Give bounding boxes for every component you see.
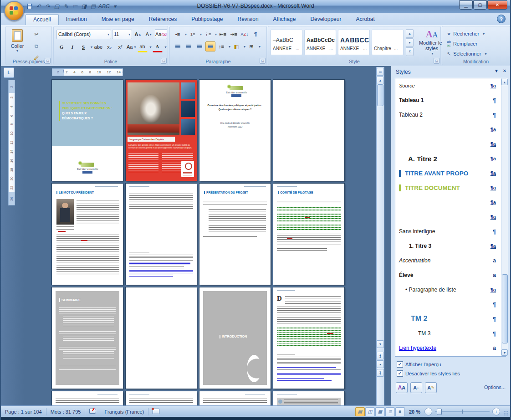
- change-case-button[interactable]: Aa▾: [126, 42, 136, 52]
- style-item[interactable]: ¶a: [395, 195, 499, 210]
- show-preview-checkbox[interactable]: ✓: [397, 361, 403, 368]
- styles-options-link[interactable]: Options...: [484, 384, 506, 390]
- align-left-icon[interactable]: [173, 41, 183, 51]
- scroll-up-icon[interactable]: ▲: [377, 77, 384, 84]
- style-item[interactable]: ¶a: [395, 137, 499, 151]
- vertical-ruler[interactable]: 2 2 4 6 8 10 12 14 16 18 20 22: [8, 80, 15, 205]
- replace-button[interactable]: abac Remplacer: [447, 39, 486, 48]
- language-status[interactable]: Français (France): [100, 409, 148, 415]
- borders-icon[interactable]: ⊞: [246, 41, 256, 51]
- word-count-status[interactable]: Mots : 31 795: [46, 409, 85, 415]
- scrollbar-thumb[interactable]: [502, 274, 508, 343]
- page-thumbnail-11[interactable]: INTRODUCTION: [199, 287, 271, 389]
- page-thumbnail-3[interactable]: Décider ensemble Ouverture des données p…: [199, 80, 271, 181]
- ruler-toggle-icon[interactable]: ▭: [377, 68, 384, 76]
- italic-button[interactable]: I: [67, 42, 77, 52]
- next-page-icon[interactable]: ▼▼: [377, 369, 384, 377]
- ribbon-tab[interactable]: Insertion: [59, 14, 94, 25]
- office-button[interactable]: [4, 1, 24, 21]
- page-thumbnail-6[interactable]: [126, 184, 197, 285]
- ribbon-tab[interactable]: Acrobat: [348, 14, 382, 25]
- bullets-icon[interactable]: •≡: [173, 29, 183, 39]
- paste-button[interactable]: Coller ▾: [10, 29, 25, 53]
- view-button[interactable]: ◫: [365, 407, 375, 416]
- clear-formatting-button[interactable]: Aa⌫: [155, 29, 167, 39]
- select-button[interactable]: ↖ Sélectionner▾: [447, 49, 486, 58]
- style-item[interactable]: Tableau 2 ¶: [395, 108, 499, 122]
- underline-button[interactable]: S: [78, 42, 88, 52]
- style-item[interactable]: Tableau 1 ¶: [395, 93, 499, 108]
- page-thumbnail-5[interactable]: LE MOT DU PRÉSIDENT: [52, 184, 123, 285]
- page-thumbnail-15[interactable]: [199, 391, 271, 405]
- style-gallery-item[interactable]: Chapitre -...: [372, 30, 404, 55]
- style-item[interactable]: Sans interligne ¶: [395, 224, 499, 239]
- align-right-icon[interactable]: [194, 41, 204, 51]
- cut-icon[interactable]: ✂: [31, 29, 41, 39]
- page-thumbnail-14[interactable]: [126, 391, 197, 405]
- clipboard-dialog-launcher[interactable]: ◲: [45, 58, 51, 64]
- font-dialog-launcher[interactable]: ◲: [161, 58, 167, 64]
- style-item[interactable]: TITRE AVANT PROPO ¶a: [395, 166, 499, 180]
- scrollbar-thumb[interactable]: [377, 84, 383, 106]
- style-inspector-button[interactable]: A◌: [410, 382, 422, 393]
- zoom-slider-thumb[interactable]: [437, 409, 442, 415]
- line-spacing-icon[interactable]: ↕≡: [216, 41, 226, 51]
- increase-indent-icon[interactable]: ⇥≡: [229, 29, 239, 39]
- page-thumbnail-7[interactable]: PRÉSENTATION DU PROJET: [199, 184, 271, 285]
- style-item[interactable]: Accentuation a: [395, 253, 499, 268]
- gallery-down-icon[interactable]: ▼: [406, 38, 414, 47]
- font-color-dropdown[interactable]: ▾: [165, 45, 167, 49]
- select-browse-object-icon[interactable]: ●: [377, 360, 384, 368]
- sort-icon[interactable]: AZ↓: [240, 29, 250, 39]
- ribbon-tab[interactable]: Révision: [230, 14, 266, 25]
- strikethrough-button[interactable]: abe: [93, 42, 103, 52]
- page-thumbnail-8[interactable]: COMITÉ DE PILOTAGE: [273, 184, 344, 285]
- font-size-combo[interactable]: 11▾: [112, 30, 132, 39]
- ribbon-tab[interactable]: Affichage: [266, 14, 303, 25]
- zoom-slider[interactable]: [435, 411, 490, 412]
- highlight-dropdown[interactable]: ▾: [150, 45, 152, 49]
- style-gallery-item[interactable]: AaBbC ANNEXE - ...: [271, 30, 302, 55]
- grow-font-button[interactable]: A▲: [133, 29, 143, 39]
- disable-linked-styles-checkbox[interactable]: ✓: [397, 370, 403, 377]
- styles-pane-menu-icon[interactable]: ▼: [493, 68, 500, 73]
- align-center-icon[interactable]: [184, 41, 194, 51]
- style-item[interactable]: TITRE DOCUMENT ¶a: [395, 180, 499, 195]
- zoom-out-icon[interactable]: −: [424, 408, 432, 415]
- page-thumbnail-13[interactable]: [52, 391, 123, 405]
- subscript-button[interactable]: x₂: [104, 42, 114, 52]
- minimize-button[interactable]: ▁: [459, 0, 473, 10]
- style-gallery-item[interactable]: AABBCC ANNEXE - ...: [338, 30, 370, 55]
- style-item[interactable]: TM 2 ¶: [395, 312, 499, 326]
- styles-list-scrollbar[interactable]: ▲ ▼: [501, 78, 508, 356]
- view-button[interactable]: ▤: [355, 407, 365, 416]
- shading-icon[interactable]: ◧: [231, 41, 241, 51]
- page-thumbnail-1[interactable]: OUVERTURE DES DONNÉES PUBLIQUES ET PARTI…: [52, 80, 123, 181]
- style-item[interactable]: ¶a: [395, 122, 499, 137]
- page-thumbnail-10[interactable]: [126, 287, 197, 389]
- copy-icon[interactable]: ⧉: [31, 41, 41, 51]
- zoom-level[interactable]: 20 %: [405, 409, 424, 415]
- help-icon[interactable]: ?: [497, 15, 506, 23]
- scroll-up-icon[interactable]: ▲: [501, 79, 508, 85]
- find-button[interactable]: ⚭ Rechercher▾: [447, 29, 486, 38]
- style-item[interactable]: Lien hypertexte a: [395, 341, 499, 355]
- view-button[interactable]: ▦: [375, 407, 385, 416]
- ribbon-tab[interactable]: Développeur: [303, 14, 348, 25]
- highlight-button[interactable]: ab: [138, 41, 148, 52]
- zoom-in-icon[interactable]: +: [492, 408, 500, 415]
- style-item[interactable]: ¶a: [395, 210, 499, 224]
- tab-selector-button[interactable]: L: [4, 67, 14, 78]
- new-style-button[interactable]: AA: [396, 382, 408, 393]
- paragraph-dialog-launcher[interactable]: ◲: [260, 58, 266, 64]
- view-button[interactable]: ≡: [395, 407, 405, 416]
- horizontal-ruler[interactable]: 2 ▾▴ 2 4 6 8 10 12 14 ▵: [52, 68, 123, 76]
- style-item[interactable]: TM 3 ¶: [395, 326, 499, 341]
- styles-pane-close-icon[interactable]: ✕: [501, 68, 508, 73]
- maximize-button[interactable]: ▢: [473, 0, 487, 10]
- style-item[interactable]: A. Titre 2 ¶a: [395, 151, 499, 166]
- numbering-icon[interactable]: 1≡: [188, 29, 198, 39]
- page-thumbnail-2[interactable]: Le groupe Caisse des Dépôts La Caisse de…: [126, 80, 197, 181]
- page-count-status[interactable]: Page : 1 sur 104: [1, 409, 46, 415]
- scroll-down-icon[interactable]: ▼: [377, 340, 384, 348]
